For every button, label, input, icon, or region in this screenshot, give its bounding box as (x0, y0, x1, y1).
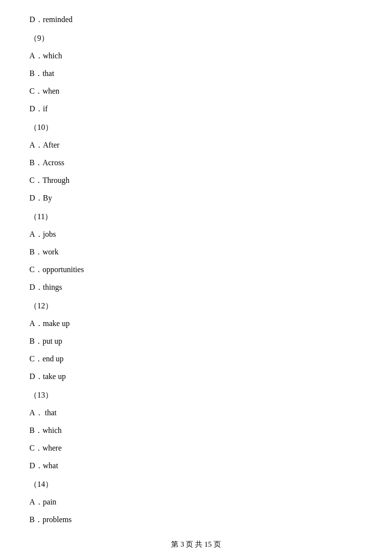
q12-option-b: B．put up (29, 333, 363, 349)
d-reminded: D．reminded (29, 12, 363, 27)
q12-option-c: C．end up (29, 351, 363, 367)
q11-option-d: D．things (29, 279, 363, 295)
q11-option-b: B．work (29, 244, 363, 260)
q13-option-a: A． that (29, 405, 363, 421)
q12-option-a: A．make up (29, 316, 363, 331)
q10-option-c: C．Through (29, 173, 363, 188)
q9-number: （9） (29, 30, 363, 46)
q11-number: （11） (29, 209, 363, 225)
q9-option-a: A．which (29, 48, 363, 64)
q9-option-b: B．that (29, 66, 363, 81)
q9-option-d: D．if (29, 101, 363, 117)
q13-option-c: C．where (29, 440, 363, 456)
q12-option-d: D．take up (29, 369, 363, 384)
q12-number: （12） (29, 298, 363, 314)
q9-option-c: C．when (29, 83, 363, 99)
q14-number: （14） (29, 477, 363, 492)
q11-option-c: C．opportunities (29, 262, 363, 278)
q14-option-b: B．problems (29, 512, 363, 528)
q13-option-d: D．what (29, 458, 363, 474)
q10-number: （10） (29, 120, 363, 135)
q11-option-a: A．jobs (29, 227, 363, 242)
q10-option-a: A．After (29, 137, 363, 153)
q14-option-a: A．pain (29, 494, 363, 510)
page-footer: 第 3 页 共 15 页 (0, 540, 392, 549)
q10-option-d: D．By (29, 190, 363, 206)
q13-number: （13） (29, 387, 363, 403)
q13-option-b: B．which (29, 423, 363, 438)
q10-option-b: B．Across (29, 155, 363, 171)
